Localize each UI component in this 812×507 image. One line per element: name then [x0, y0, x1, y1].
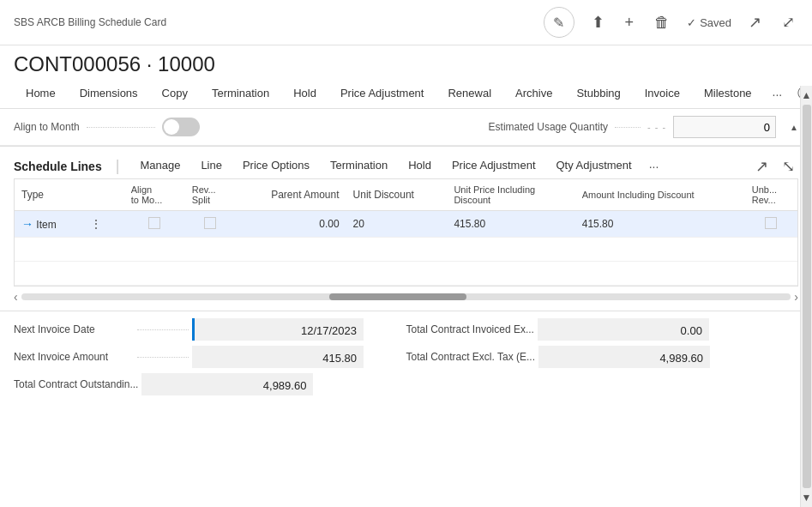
est-qty-dotted	[615, 127, 641, 128]
tab-hold[interactable]: Hold	[281, 80, 328, 108]
total-contract-invoiced-value: 0.00	[538, 318, 709, 341]
cell-actions[interactable]: ⋮	[80, 211, 123, 238]
scrollbar-track[interactable]	[21, 293, 791, 300]
schedule-lines-title: Schedule Lines	[14, 160, 102, 173]
total-contract-excl-tax-value: 4,989.60	[538, 346, 710, 368]
tab-copy[interactable]: Copy	[150, 80, 200, 108]
section-tab-price-options[interactable]: Price Options	[232, 154, 320, 178]
align-to-month-label: Align to Month	[14, 121, 80, 133]
scrollbar-down-arrow[interactable]: ▼	[802, 492, 812, 504]
total-contract-excl-tax-label: Total Contract Excl. Tax (E...	[406, 351, 536, 363]
section-tab-qty-adjustment[interactable]: Qty Adjustment	[546, 154, 642, 178]
schedule-lines-table-container[interactable]: Type Alignto Mo... Rev...Split Parent Am…	[14, 178, 798, 287]
table-row[interactable]: → Item ⋮ 0.00 20 415.80 415.80	[15, 211, 797, 238]
tab-dimensions[interactable]: Dimensions	[68, 80, 150, 108]
col-parent-amount: Parent Amount	[236, 179, 346, 211]
tab-stubbing[interactable]: Stubbing	[564, 80, 632, 108]
trash-icon: 🗑	[654, 14, 670, 31]
tab-price-adjustment[interactable]: Price Adjustment	[328, 80, 436, 108]
cell-unit-price-incl: 415.80	[447, 211, 574, 238]
check-icon: ✓	[687, 16, 696, 29]
divider: |	[116, 157, 120, 175]
scroll-controls: ▲	[790, 123, 798, 132]
page-wrapper: SBS ARCB Billing Schedule Card ✎ ⬆ + 🗑 ✓…	[0, 0, 812, 507]
rev-split-checkbox[interactable]	[204, 217, 216, 229]
edit-button[interactable]: ✎	[544, 7, 574, 38]
table-header-row: Type Alignto Mo... Rev...Split Parent Am…	[15, 179, 797, 211]
add-button[interactable]: +	[622, 10, 638, 35]
schedule-lines-header: Schedule Lines | Manage Line Price Optio…	[0, 146, 812, 178]
cell-rev-split[interactable]	[185, 211, 236, 238]
next-invoice-amount-row: Next Invoice Amount 415.80	[14, 346, 406, 368]
estimated-qty-label: Estimated Usage Quantity	[489, 121, 608, 133]
section-tab-price-adjustment[interactable]: Price Adjustment	[442, 154, 546, 178]
total-contract-outstanding-value: 4,989.60	[141, 373, 313, 395]
saved-label: Saved	[700, 16, 731, 29]
toggle-switch[interactable]	[162, 118, 200, 136]
cell-unb-rev[interactable]	[745, 211, 797, 238]
total-contract-excl-tax-row: Total Contract Excl. Tax (E... 4,989.60	[406, 346, 799, 368]
col-type: Type	[15, 179, 80, 211]
section-tab-hold[interactable]: Hold	[398, 154, 442, 178]
next-invoice-date-value: 12/17/2023	[192, 318, 364, 341]
summary-right-col: Total Contract Invoiced Ex... 0.00 Total…	[406, 318, 799, 395]
cell-unit-discount: 20	[346, 211, 448, 238]
scroll-up-arrow[interactable]: ▲	[790, 123, 798, 132]
header-actions: ✎ ⬆ + 🗑 ✓ Saved ↗ ⤢	[544, 7, 798, 38]
schedule-lines-table: Type Alignto Mo... Rev...Split Parent Am…	[15, 179, 797, 286]
next-invoice-date-row: Next Invoice Date 12/17/2023	[14, 318, 406, 341]
nav-tabs: Home Dimensions Copy Termination Hold Pr…	[0, 80, 812, 109]
col-unit-discount: Unit Discount	[346, 179, 448, 211]
col-rev-split: Rev...Split	[185, 179, 236, 211]
est-qty-dots: - - -	[647, 122, 666, 132]
edit-icon: ✎	[553, 15, 564, 31]
next-invoice-amount-value: 415.80	[192, 346, 364, 368]
table-row-empty-1	[15, 238, 797, 262]
cell-align[interactable]	[124, 211, 185, 238]
tab-termination[interactable]: Termination	[200, 80, 281, 108]
more-tabs-button[interactable]: ···	[764, 81, 791, 108]
unb-rev-checkbox[interactable]	[765, 217, 777, 229]
expand-button[interactable]: ↗	[745, 9, 765, 35]
section-tab-line[interactable]: Line	[190, 154, 232, 178]
section-tab-termination[interactable]: Termination	[320, 154, 398, 178]
col-align: Alignto Mo...	[124, 179, 185, 211]
scrollbar-up-arrow[interactable]: ▲	[802, 89, 812, 101]
section-resize-button[interactable]: ⤡	[779, 155, 798, 178]
tab-home[interactable]: Home	[14, 80, 68, 108]
row-arrow-icon: →	[21, 217, 33, 231]
record-id: CONT000056 · 10000	[14, 52, 798, 76]
share-icon: ⬆	[592, 14, 604, 31]
cell-amount-incl: 415.80	[575, 211, 745, 238]
section-export-button[interactable]: ↗	[752, 155, 772, 178]
tab-milestone[interactable]: Milestone	[692, 80, 764, 108]
scrollbar-thumb[interactable]	[329, 293, 466, 300]
scroll-left-button[interactable]: ‹	[14, 290, 18, 304]
export-icon: ↗	[755, 158, 768, 175]
share-button[interactable]: ⬆	[588, 9, 608, 35]
total-contract-outstanding-label: Total Contract Outstandin...	[14, 378, 138, 390]
section-more-tabs[interactable]: ···	[642, 154, 666, 178]
collapse-button[interactable]: ⤢	[779, 9, 798, 35]
cell-type: Item	[36, 219, 56, 231]
section-tab-manage[interactable]: Manage	[129, 154, 190, 178]
row-more-button[interactable]: ⋮	[87, 215, 105, 232]
estimated-qty-input[interactable]	[673, 116, 776, 138]
scrollbar-thumb-v[interactable]	[803, 105, 811, 488]
align-dotted	[87, 127, 155, 128]
align-to-month-toggle[interactable]	[162, 118, 200, 136]
cell-parent-amount: 0.00	[236, 211, 346, 238]
section-tabs: Manage Line Price Options Termination Ho…	[129, 154, 665, 178]
scroll-right-button[interactable]: ›	[794, 290, 798, 304]
col-actions	[80, 179, 123, 211]
right-scrollbar[interactable]: ▲ ▼	[800, 86, 812, 507]
total-contract-outstanding-row: Total Contract Outstandin... 4,989.60	[14, 373, 406, 395]
tab-invoice[interactable]: Invoice	[633, 80, 692, 108]
total-contract-invoiced-row: Total Contract Invoiced Ex... 0.00	[406, 318, 799, 341]
tab-renewal[interactable]: Renewal	[436, 80, 503, 108]
align-checkbox[interactable]	[148, 217, 160, 229]
expand-icon: ↗	[749, 14, 761, 31]
delete-button[interactable]: 🗑	[651, 10, 673, 35]
saved-indicator: ✓ Saved	[687, 16, 731, 29]
tab-archive[interactable]: Archive	[503, 80, 564, 108]
